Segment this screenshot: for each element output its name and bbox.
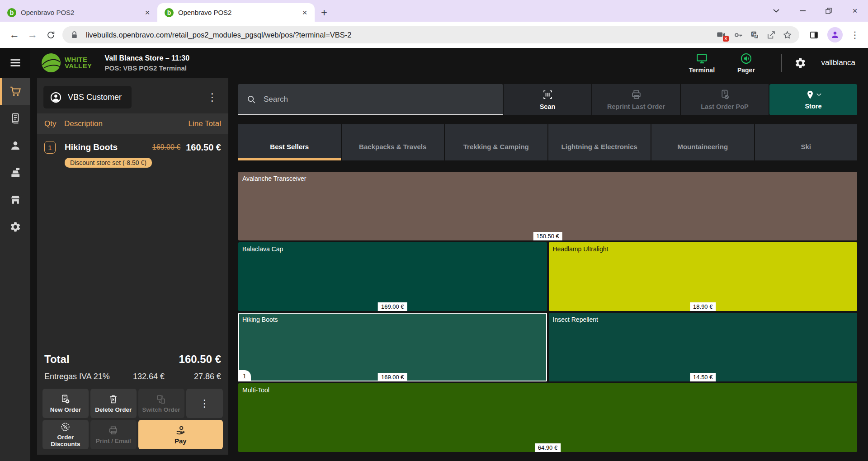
address-bar[interactable]: livebuilds.openbravo.com/retail_pos2_mod…	[62, 26, 799, 43]
order-menu-kebab-icon[interactable]: ⋮	[207, 91, 222, 103]
search-input[interactable]	[264, 95, 495, 104]
tax-base-value: 132.64 €	[133, 372, 165, 381]
openbravo-favicon-icon: b	[165, 8, 174, 17]
store-name-time: Vall Blanca Store – 11:30	[104, 54, 189, 62]
order-discounts-button[interactable]: Order Discounts	[42, 420, 89, 449]
search-box[interactable]	[238, 84, 503, 115]
translate-icon[interactable]	[750, 30, 760, 40]
window-controls: ×	[763, 0, 868, 22]
pager-speaker-icon	[740, 52, 752, 65]
product-tile-avalanche-transceiver[interactable]: Avalanche Transceiver 150.50 €	[238, 172, 857, 240]
terminal-label: Terminal	[689, 66, 715, 74]
receipt-plus-icon	[60, 394, 71, 405]
trash-icon	[108, 394, 118, 405]
printer-reprint-icon	[631, 89, 642, 100]
store-icon	[9, 194, 21, 206]
reload-icon[interactable]	[42, 26, 60, 44]
url-text[interactable]: livebuilds.openbravo.com/retail_pos2_mod…	[86, 31, 709, 39]
main-content: Scan Reprint Last Order Last Order PoP S…	[238, 78, 857, 461]
brand-logo: WHITE VALLEY	[41, 53, 92, 73]
tab-close-icon[interactable]: ×	[299, 7, 310, 18]
tab-lightning-electronics[interactable]: Lightning & Electronics	[548, 124, 651, 160]
order-actions: New Order Delete Order Switch Order ⋮ Or…	[42, 389, 223, 449]
tab-ski[interactable]: Ski	[755, 124, 858, 160]
hamburger-menu-button[interactable]	[0, 48, 30, 78]
settings-button[interactable]	[794, 57, 807, 69]
browser-tab-1[interactable]: b Openbravo POS2 ×	[0, 3, 157, 22]
total-value: 160.50 €	[179, 353, 221, 366]
lock-icon	[70, 30, 79, 40]
pay-button[interactable]: Pay	[138, 420, 223, 449]
tax-label: Entregas IVA 21%	[44, 372, 133, 381]
receipt-icon	[9, 113, 21, 124]
reprint-last-order-button: Reprint Last Order	[592, 84, 680, 115]
pager-button[interactable]: Pager	[724, 52, 768, 74]
sidebar-item-store[interactable]	[0, 186, 30, 213]
chevron-down-icon	[816, 93, 821, 96]
person-icon	[9, 140, 21, 151]
column-qty: Qty	[44, 119, 64, 128]
sidebar-item-customers[interactable]	[0, 132, 30, 159]
close-window-button[interactable]: ×	[842, 0, 868, 22]
profile-avatar[interactable]	[827, 27, 843, 42]
column-line-total: Line Total	[189, 119, 221, 128]
pager-label: Pager	[737, 66, 755, 74]
order-line[interactable]: 1 Hiking Boots 169.00 € 160.50 € Discoun…	[37, 134, 228, 168]
product-grid: Avalanche Transceiver 150.50 € Balaclava…	[238, 172, 857, 452]
location-pin-icon	[805, 90, 815, 100]
sidebar-item-settings[interactable]	[0, 213, 30, 240]
browser-tab-2[interactable]: b Openbravo POS2 ×	[157, 3, 315, 22]
share-icon[interactable]	[766, 30, 776, 40]
sidebar-item-orders[interactable]	[0, 105, 30, 132]
scan-button[interactable]: Scan	[504, 84, 591, 115]
tax-row: Entregas IVA 21% 132.64 € 27.86 €	[37, 372, 228, 381]
column-description: Description	[64, 119, 189, 128]
product-name: Headlamp Ultralight	[553, 245, 609, 253]
tab-title: Openbravo POS2	[178, 9, 295, 16]
product-tile-balaclava-cap[interactable]: Balaclava Cap 169.00 €	[238, 242, 547, 311]
tab-search-chevron-icon[interactable]	[763, 0, 789, 22]
tab-best-sellers[interactable]: Best Sellers	[238, 124, 341, 160]
more-actions-button[interactable]: ⋮	[186, 389, 223, 418]
product-tile-insect-repellent[interactable]: Insect Repellent 14.50 €	[549, 313, 858, 381]
back-icon[interactable]: ←	[5, 26, 24, 44]
cart-icon	[9, 85, 21, 97]
product-name: Multi-Tool	[242, 386, 269, 394]
category-tabs: Best Sellers Backpacks & Travels Trekkin…	[238, 124, 857, 160]
browser-menu-icon[interactable]: ⋮	[847, 29, 863, 40]
password-key-icon[interactable]	[734, 30, 743, 40]
bookmark-star-icon[interactable]	[783, 30, 792, 40]
new-order-button[interactable]: New Order	[42, 389, 89, 418]
product-tile-multi-tool[interactable]: Multi-Tool 64.90 €	[238, 383, 857, 452]
pos-terminal-name: POS: VBS POS2 Terminal	[104, 64, 189, 72]
customer-button[interactable]: VBS Customer	[43, 86, 132, 108]
white-valley-logo-icon	[41, 53, 61, 73]
gear-icon	[9, 221, 21, 233]
side-panel-icon[interactable]	[805, 26, 823, 44]
camera-blocked-icon[interactable]: ×	[716, 30, 727, 40]
browser-toolbar: ← → livebuilds.openbravo.com/retail_pos2…	[0, 22, 868, 48]
header-divider	[781, 54, 782, 72]
line-original-price: 169.00 €	[152, 143, 180, 151]
restore-button[interactable]	[816, 0, 842, 22]
tab-close-icon[interactable]: ×	[142, 7, 153, 18]
minimize-button[interactable]	[789, 0, 816, 22]
new-tab-button[interactable]: +	[315, 3, 334, 22]
product-tile-headlamp-ultralight[interactable]: Headlamp Ultralight 18.90 €	[549, 242, 858, 311]
product-tile-hiking-boots[interactable]: Hiking Boots 169.00 € 1	[238, 313, 547, 381]
forward-icon[interactable]: →	[24, 26, 42, 44]
terminal-button[interactable]: Terminal	[679, 52, 724, 74]
product-name: Avalanche Transceiver	[242, 175, 306, 182]
sidebar-item-cash-management[interactable]	[0, 159, 30, 186]
logged-user[interactable]: vallblanca	[821, 58, 855, 67]
sidebar-item-sales[interactable]	[0, 78, 30, 105]
line-qty-badge[interactable]: 1	[44, 141, 56, 154]
store-selector-button[interactable]: Store	[769, 84, 857, 115]
delete-order-button[interactable]: Delete Order	[90, 389, 137, 418]
product-price: 14.50 €	[690, 373, 716, 381]
product-price: 18.90 €	[690, 302, 716, 311]
product-price: 64.90 €	[535, 443, 561, 452]
tab-trekking-camping[interactable]: Trekking & Camping	[445, 124, 547, 160]
tab-mountaineering[interactable]: Mountaineering	[651, 124, 754, 160]
tab-backpacks-travels[interactable]: Backpacks & Travels	[342, 124, 444, 160]
